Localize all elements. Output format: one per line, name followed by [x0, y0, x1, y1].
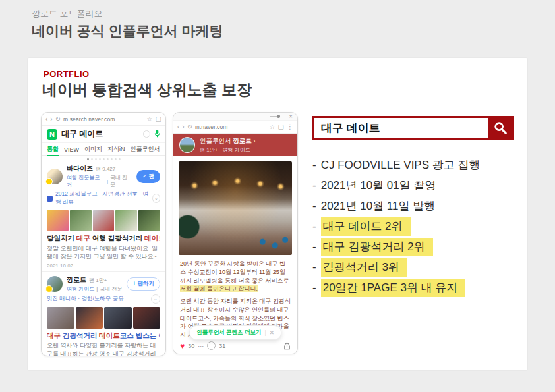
banner-name: 깡로드 [233, 137, 252, 144]
profile-meta-row: 맛집 매니아 · 경험/노하우 공유 ⌄ [42, 294, 165, 305]
profile-meta-text: 2012 파워블로그 · 자연경관 선호 · 여행 리뷰 [55, 190, 150, 206]
post-title-link[interactable]: 당일치기 대구 여행 김광석거리 데이트 코스로 딱 [47, 234, 160, 243]
tab-지식iN[interactable]: 지식iN [107, 144, 125, 155]
influencer-profile-row: 바다이즈 팬 9,427 여행 전문블로거 | 국내 전문 ✓ 팬 [42, 162, 165, 190]
reload-icon[interactable]: ↻ [55, 116, 61, 123]
more-dots[interactable]: ··· [198, 343, 204, 349]
carousel-dot[interactable] [95, 158, 97, 160]
card-heading: 네이버 통합검색 상위노출 보장 [42, 80, 252, 100]
like-count: 30 [188, 343, 194, 349]
close-icon[interactable]: ✕ [270, 329, 274, 336]
profile-name[interactable]: 깡로드 [67, 275, 86, 285]
carousel-dot[interactable] [91, 158, 93, 160]
fan-button[interactable]: ✓ 팬 [136, 170, 160, 183]
url-bar[interactable]: in.naver.com [195, 124, 267, 130]
post-thumbnail[interactable] [133, 307, 161, 329]
post-thumbnail[interactable] [70, 210, 92, 231]
post-thumbnail[interactable] [76, 307, 103, 329]
result-text-highlighted: 20일간 1PAGE 3위 내 유지 [321, 279, 466, 297]
divider: | [264, 329, 266, 336]
banner-label: 인플루언서 [200, 137, 231, 144]
chevron-down-icon[interactable]: ⌄ [151, 294, 160, 304]
carousel-dot[interactable] [115, 158, 117, 160]
card-kicker: PORTFLIO [44, 69, 90, 79]
search-result-post: 당일치기 대구 여행 김광석거리 데이트 코스로 딱 정말 오랜만에 대구 여행… [42, 233, 165, 269]
title-text: 당일치기 [47, 234, 76, 242]
minimize-icon[interactable]: _ [283, 114, 285, 119]
profile-name[interactable]: 바다이즈 [67, 164, 93, 173]
avatar [47, 169, 63, 184]
search-input[interactable]: 대구 데이트 [314, 118, 488, 138]
browser-chrome-bar: ‹ › ↻ m.search.naver.com ☆ ▢ [42, 113, 165, 126]
fan-count: 팬 1만+ [89, 277, 107, 284]
carousel-dot[interactable] [107, 158, 109, 160]
search-query-text[interactable]: 대구 데이트 [61, 128, 139, 140]
profile-region: 국내 전문 [110, 174, 132, 188]
influencer-profile-row: 깡로드 팬 1만+ 여행 가이드 | 국내 전문 + 팬하기 [42, 273, 165, 294]
chevron-right-icon: › [253, 137, 255, 144]
tab-인플루언서[interactable]: 인플루언서 [131, 144, 160, 155]
forward-icon[interactable]: › [182, 124, 184, 130]
post-thumbnail[interactable] [47, 210, 69, 231]
post-title-link[interactable]: 대구 김광석거리 데이트코스 빕스는 어떠세요? [47, 331, 160, 341]
carousel-dot[interactable] [103, 158, 105, 160]
like-heart-icon[interactable]: ♥ [180, 342, 185, 350]
close-icon[interactable]: ✕ [289, 114, 293, 119]
carousel-dot[interactable] [99, 158, 101, 160]
keyword-match: 대구 [76, 234, 90, 242]
profile-category-link[interactable]: 여행 전문블로거 [67, 174, 105, 188]
influencer-banner[interactable]: 인플루언서 깡로드 › 팬 1만+ · 여행 가이드 [173, 134, 297, 156]
reload-icon[interactable]: ↻ [187, 124, 192, 130]
post-thumbnail[interactable] [115, 210, 137, 231]
post-thumbnail[interactable] [104, 307, 132, 329]
avatar [179, 137, 195, 153]
powerblog-badge-icon [47, 196, 53, 202]
bookmark-star-icon[interactable]: ☆ [147, 116, 153, 123]
search-button[interactable] [488, 118, 512, 138]
keyword-match: 데이트 [99, 331, 120, 339]
clear-icon[interactable] [143, 130, 150, 138]
bullet-dash: - [312, 159, 316, 172]
fan-button[interactable]: + 팬하기 [127, 277, 160, 291]
avatar [47, 276, 63, 292]
bullet-dash: - [312, 220, 316, 233]
tab-통합[interactable]: 통합 [47, 144, 59, 155]
menu-icon[interactable]: ⋮ [287, 124, 293, 130]
bookmark-star-icon[interactable]: ☆ [270, 124, 276, 130]
naver-search-bar: N 대구 데이트 [42, 126, 165, 143]
result-item: -김광석거리 3위 [312, 257, 481, 277]
carousel-dot[interactable] [111, 158, 113, 160]
comment-icon[interactable] [207, 341, 216, 350]
magnifier-icon [493, 121, 508, 135]
post-thumbnail[interactable] [93, 210, 115, 231]
post-thumbnail[interactable] [47, 307, 74, 329]
tab-이미지[interactable]: 이미지 [84, 144, 102, 155]
back-icon[interactable]: ‹ [177, 124, 179, 130]
carousel-dot[interactable] [87, 158, 89, 160]
url-bar[interactable]: m.search.naver.com [63, 116, 144, 123]
result-text-highlighted: 김광석거리 3위 [321, 258, 407, 277]
divider [42, 271, 165, 272]
page-title: 네이버 공식 인플루언서 마케팅 [32, 22, 223, 40]
banner-sub: 팬 1만+ · 여행 가이드 [200, 146, 255, 154]
carousel-dot[interactable] [119, 158, 121, 160]
forward-icon[interactable]: › [50, 116, 52, 123]
tabs-icon[interactable]: ▢ [156, 116, 161, 123]
share-icon[interactable] [283, 342, 291, 350]
profile-category-link[interactable]: 여행 가이드 [67, 285, 94, 293]
result-text: CJ FOODVILLE VIPS 광고 집행 [321, 157, 481, 173]
result-text-highlighted: 대구 김광석거리 2위 [321, 238, 433, 256]
pill-label: 인플루언서 콘텐츠 더보기 [196, 329, 261, 337]
comment-count: 31 [219, 343, 225, 349]
profile-meta-row: 2012 파워블로그 · 자연경관 선호 · 여행 리뷰 ⌄ [42, 190, 165, 208]
tab-VIEW[interactable]: VIEW [64, 145, 79, 154]
tab-동영상[interactable]: 동영상 [165, 144, 166, 155]
post-thumbnail[interactable] [138, 210, 160, 231]
keyword-search-box: 대구 데이트 [312, 116, 514, 140]
mic-icon[interactable] [154, 128, 160, 140]
left-phone-screenshot: ‹ › ↻ m.search.naver.com ☆ ▢ N 대구 데이트 통합… [41, 112, 166, 356]
back-icon[interactable]: ‹ [45, 116, 47, 123]
influencer-contents-pill[interactable]: 인플루언서 콘텐츠 더보기 | ✕ [189, 325, 281, 340]
chevron-down-icon[interactable]: ⌄ [152, 194, 160, 203]
tabs-icon[interactable]: ▢ [278, 124, 284, 130]
